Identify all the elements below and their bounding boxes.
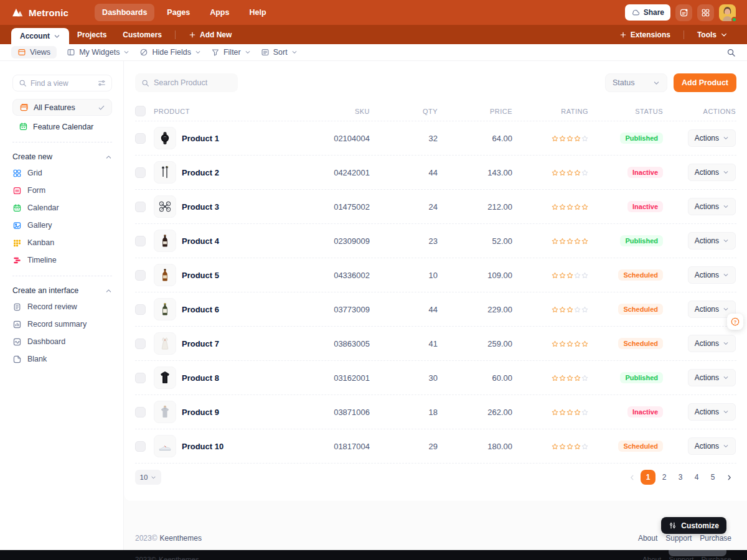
row-checkbox[interactable] — [135, 202, 146, 212]
row-actions-button[interactable]: Actions — [688, 335, 736, 352]
star-filled-icon — [559, 169, 566, 176]
column-status[interactable]: STATUS — [588, 108, 663, 115]
row-checkbox[interactable] — [135, 133, 146, 144]
find-view-search[interactable] — [12, 75, 112, 91]
star-filled-icon — [574, 443, 581, 450]
product-image — [154, 401, 176, 423]
row-checkbox[interactable] — [135, 270, 146, 281]
status-filter-select[interactable]: Status — [605, 73, 667, 92]
product-price: 180.00 — [438, 442, 512, 451]
row-actions-button[interactable]: Actions — [688, 437, 736, 455]
select-all-checkbox[interactable] — [135, 106, 146, 116]
row-checkbox[interactable] — [135, 373, 146, 383]
find-view-input[interactable] — [31, 79, 94, 88]
tab-customers[interactable]: Customers — [115, 30, 170, 39]
share-button[interactable]: Share — [625, 4, 670, 21]
customize-button[interactable]: Customize — [661, 517, 726, 534]
apps-launcher-button[interactable] — [697, 4, 714, 21]
sidebar-view-all-features[interactable]: All Features — [12, 99, 112, 116]
views-button[interactable]: Views — [11, 46, 57, 58]
sidebar-item-dashboard[interactable]: Dashboard — [12, 333, 112, 350]
brand[interactable]: Metronic — [11, 6, 68, 19]
row-actions-button[interactable]: Actions — [688, 232, 736, 250]
nav-help[interactable]: Help — [242, 4, 273, 21]
product-name: Product 8 — [182, 373, 219, 383]
search-icon[interactable] — [726, 48, 736, 57]
row-checkbox[interactable] — [135, 236, 146, 246]
sidebar-item-gallery[interactable]: Gallery — [12, 217, 112, 234]
star-empty-icon — [581, 306, 588, 313]
my-widgets-dropdown[interactable]: My Widgets — [67, 48, 129, 57]
pagination-page-4[interactable]: 4 — [689, 470, 704, 485]
section-create-new[interactable]: Create new — [12, 149, 112, 164]
form-icon — [12, 186, 22, 195]
row-actions-button[interactable]: Actions — [688, 198, 736, 215]
column-actions[interactable]: ACTIONS — [663, 108, 736, 115]
table-header: PRODUCT SKU QTY PRICE RATING STATUS ACTI… — [135, 106, 736, 121]
tune-icon[interactable] — [98, 79, 106, 87]
product-search-input[interactable] — [154, 78, 232, 87]
nav-dashboards[interactable]: Dashboards — [95, 4, 154, 21]
column-rating[interactable]: RATING — [512, 108, 588, 115]
row-checkbox[interactable] — [135, 407, 146, 418]
row-actions-button[interactable]: Actions — [688, 403, 736, 421]
row-checkbox[interactable] — [135, 167, 146, 178]
nav-pages[interactable]: Pages — [159, 4, 197, 21]
pagination-page-2[interactable]: 2 — [657, 470, 672, 485]
pagination-next-button[interactable] — [721, 470, 736, 485]
cloud-icon — [631, 8, 640, 17]
sidebar-item-blank[interactable]: Blank — [12, 350, 112, 368]
sidebar-item-record-review[interactable]: Record review — [12, 298, 112, 315]
add-product-button[interactable]: Add Product — [674, 73, 736, 92]
footer-link-about[interactable]: About — [638, 534, 657, 543]
notifications-button[interactable] — [675, 4, 692, 21]
help-button[interactable]: ? — [727, 314, 743, 330]
pagination-page-3[interactable]: 3 — [673, 470, 688, 485]
product-search[interactable] — [135, 73, 238, 92]
chevron-down-icon — [723, 375, 729, 381]
column-price[interactable]: PRICE — [438, 108, 512, 115]
tab-account[interactable]: Account — [11, 28, 69, 44]
chevron-down-icon — [54, 33, 60, 40]
nav-apps[interactable]: Apps — [202, 4, 237, 21]
column-qty[interactable]: QTY — [370, 108, 438, 115]
column-sku[interactable]: SKU — [295, 108, 370, 115]
row-actions-button[interactable]: Actions — [688, 266, 736, 284]
notification-icon — [679, 8, 688, 17]
row-actions-button[interactable]: Actions — [688, 164, 736, 181]
filter-dropdown[interactable]: Filter — [211, 48, 251, 57]
section-create-interface[interactable]: Create an interface — [12, 283, 112, 298]
sidebar-item-timeline[interactable]: Timeline — [12, 251, 112, 269]
sidebar-item-form[interactable]: Form — [12, 182, 112, 199]
row-actions-button[interactable]: Actions — [688, 129, 736, 147]
tab-projects[interactable]: Projects — [69, 30, 115, 39]
company-link[interactable]: Keenthemes — [160, 534, 202, 543]
row-checkbox[interactable] — [135, 441, 146, 452]
product-qty: 10 — [370, 271, 438, 280]
sidebar-item-calendar[interactable]: Calendar — [12, 199, 112, 217]
row-checkbox[interactable] — [135, 338, 146, 349]
tools-dropdown[interactable]: Tools — [689, 30, 736, 39]
per-page-select[interactable]: 10 — [135, 470, 161, 485]
extensions-button[interactable]: Extensions — [611, 30, 679, 39]
footer-link-support[interactable]: Support — [665, 534, 692, 543]
hide-fields-dropdown[interactable]: Hide Fields — [139, 48, 201, 57]
column-product[interactable]: PRODUCT — [154, 108, 295, 115]
sort-dropdown[interactable]: Sort — [261, 48, 298, 57]
row-checkbox[interactable] — [135, 304, 146, 315]
sidebar-item-kanban[interactable]: Kanban — [12, 234, 112, 251]
customize-label: Customize — [681, 521, 719, 530]
chevron-down-icon — [723, 203, 729, 210]
pagination-prev-button[interactable] — [624, 470, 639, 485]
pagination-page-5[interactable]: 5 — [705, 470, 720, 485]
sidebar-view-feature-calendar[interactable]: Feature Calendar — [12, 118, 112, 135]
add-new-button[interactable]: Add New — [181, 30, 240, 39]
sidebar-item-record-summary[interactable]: Record summary — [12, 315, 112, 333]
avatar[interactable] — [719, 4, 736, 21]
pagination-page-1[interactable]: 1 — [641, 470, 655, 485]
sidebar-item-grid[interactable]: Grid — [12, 164, 112, 182]
status-cell: Published — [588, 133, 663, 144]
product-rating — [512, 409, 588, 416]
footer-link-purchase[interactable]: Purchase — [700, 534, 731, 543]
row-actions-button[interactable]: Actions — [688, 369, 736, 386]
